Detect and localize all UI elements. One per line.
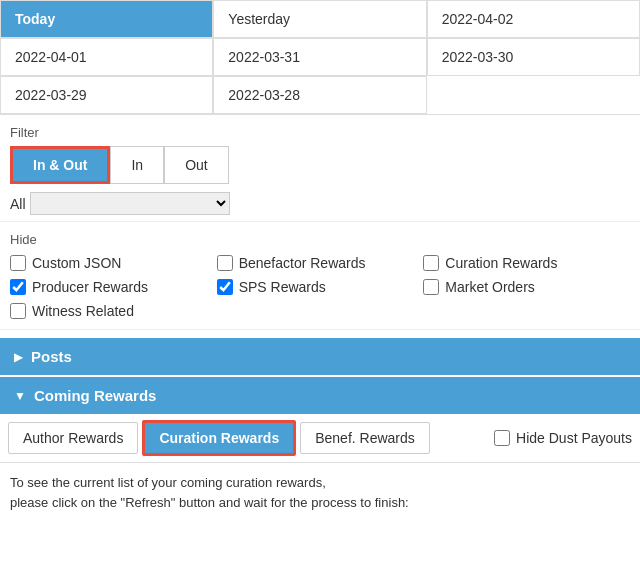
posts-title: Posts bbox=[31, 348, 72, 365]
hide-item-label-producer-rewards: Producer Rewards bbox=[32, 279, 148, 295]
filter-section: Filter In & Out In Out All bbox=[0, 115, 640, 222]
filter-label: Filter bbox=[10, 125, 630, 140]
hide-item-witness-related[interactable]: Witness Related bbox=[10, 303, 217, 319]
hide-checkbox-benefactor-rewards[interactable] bbox=[217, 255, 233, 271]
tab-curation-rewards[interactable]: Curation Rewards bbox=[142, 420, 296, 456]
hide-dust-checkbox[interactable] bbox=[494, 430, 510, 446]
filter-all-label: All bbox=[10, 196, 26, 212]
filter-select[interactable] bbox=[30, 192, 230, 215]
coming-rewards-header[interactable]: ▼ Coming Rewards bbox=[0, 377, 640, 414]
filter-buttons: In & Out In Out bbox=[10, 146, 630, 184]
hide-item-benefactor-rewards[interactable]: Benefactor Rewards bbox=[217, 255, 424, 271]
coming-rewards-tabs-row: Author Rewards Curation Rewards Benef. R… bbox=[0, 414, 640, 463]
info-line2: please click on the "Refresh" button and… bbox=[10, 493, 630, 513]
filter-all-row: All bbox=[10, 192, 630, 215]
date-2022-03-30[interactable]: 2022-03-30 bbox=[427, 38, 640, 76]
date-2022-03-29[interactable]: 2022-03-29 bbox=[0, 76, 213, 114]
hide-item-label-sps-rewards: SPS Rewards bbox=[239, 279, 326, 295]
filter-out-button[interactable]: Out bbox=[164, 146, 229, 184]
hide-item-custom-json[interactable]: Custom JSON bbox=[10, 255, 217, 271]
filter-in-out-button[interactable]: In & Out bbox=[10, 146, 110, 184]
hide-item-curation-rewards[interactable]: Curation Rewards bbox=[423, 255, 630, 271]
coming-rewards-expand-icon: ▼ bbox=[14, 389, 26, 403]
hide-item-label-curation-rewards: Curation Rewards bbox=[445, 255, 557, 271]
hide-checkbox-market-orders[interactable] bbox=[423, 279, 439, 295]
hide-section: Hide Custom JSON Benefactor Rewards Cura… bbox=[0, 222, 640, 330]
tab-benef-rewards[interactable]: Benef. Rewards bbox=[300, 422, 430, 454]
hide-checkbox-witness-related[interactable] bbox=[10, 303, 26, 319]
hide-checkbox-producer-rewards[interactable] bbox=[10, 279, 26, 295]
hide-item-label-benefactor-rewards: Benefactor Rewards bbox=[239, 255, 366, 271]
hide-label: Hide bbox=[10, 232, 630, 247]
posts-section[interactable]: ▶ Posts bbox=[0, 338, 640, 375]
posts-collapse-icon: ▶ bbox=[14, 350, 23, 364]
hide-grid: Custom JSON Benefactor Rewards Curation … bbox=[10, 255, 630, 319]
date-2022-03-28[interactable]: 2022-03-28 bbox=[213, 76, 426, 114]
hide-item-producer-rewards[interactable]: Producer Rewards bbox=[10, 279, 217, 295]
coming-rewards-info: To see the current list of your coming c… bbox=[0, 463, 640, 516]
hide-item-sps-rewards[interactable]: SPS Rewards bbox=[217, 279, 424, 295]
date-yesterday[interactable]: Yesterday bbox=[213, 0, 426, 38]
hide-checkbox-custom-json[interactable] bbox=[10, 255, 26, 271]
hide-item-label-market-orders: Market Orders bbox=[445, 279, 534, 295]
date-grid: Today Yesterday 2022-04-02 2022-04-01 20… bbox=[0, 0, 640, 115]
date-2022-04-02[interactable]: 2022-04-02 bbox=[427, 0, 640, 38]
filter-in-button[interactable]: In bbox=[110, 146, 164, 184]
hide-dust-label: Hide Dust Payouts bbox=[516, 430, 632, 446]
tab-author-rewards[interactable]: Author Rewards bbox=[8, 422, 138, 454]
hide-item-label-custom-json: Custom JSON bbox=[32, 255, 121, 271]
hide-item-market-orders[interactable]: Market Orders bbox=[423, 279, 630, 295]
date-2022-04-01[interactable]: 2022-04-01 bbox=[0, 38, 213, 76]
coming-rewards-title: Coming Rewards bbox=[34, 387, 157, 404]
info-line1: To see the current list of your coming c… bbox=[10, 473, 630, 493]
date-2022-03-31[interactable]: 2022-03-31 bbox=[213, 38, 426, 76]
date-today[interactable]: Today bbox=[0, 0, 213, 38]
hide-dust-container: Hide Dust Payouts bbox=[494, 430, 632, 446]
hide-checkbox-sps-rewards[interactable] bbox=[217, 279, 233, 295]
hide-checkbox-curation-rewards[interactable] bbox=[423, 255, 439, 271]
hide-item-label-witness-related: Witness Related bbox=[32, 303, 134, 319]
